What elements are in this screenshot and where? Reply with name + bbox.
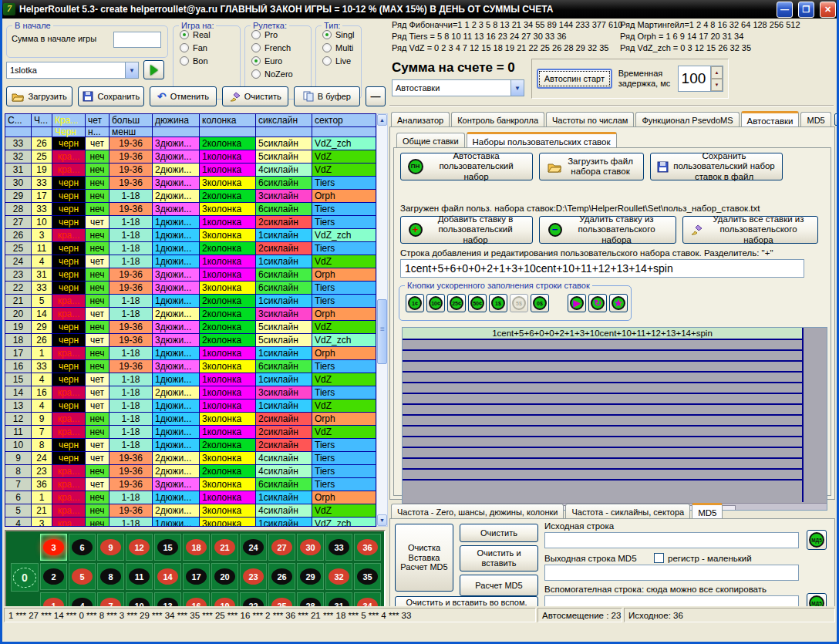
bet-set-row[interactable] — [403, 351, 802, 362]
tab-scroll-left-icon[interactable]: ◄ — [834, 113, 839, 126]
roulette-cell-11[interactable]: 11 — [126, 563, 153, 590]
history-row[interactable]: 521кра...неч19-362дюжи...3колонка4сиклай… — [5, 504, 376, 517]
roulette-cell-36[interactable]: 36 — [354, 534, 381, 561]
lowercase-checkbox[interactable] — [654, 553, 664, 563]
copy-to-buffer-button[interactable]: В буфер — [294, 86, 360, 106]
maximize-button[interactable]: ❒ — [798, 2, 814, 18]
radio-option-live[interactable]: Live — [322, 56, 361, 66]
subtab-общие-ставки[interactable]: Общие ставки — [396, 133, 465, 148]
bet-set-row[interactable] — [403, 416, 802, 427]
spinner-up-icon[interactable]: ▲ — [711, 66, 723, 79]
autospin-start-button[interactable]: Автоспин старт — [537, 69, 612, 89]
history-row[interactable]: 129кра...неч1-181дюжи...3колонка2сиклайн… — [5, 413, 376, 425]
roulette-cell-12[interactable]: 12 — [126, 534, 153, 561]
remove-all-bets-button[interactable]: Удалить все ставки из пользовательского … — [682, 216, 818, 244]
roulette-cell-32[interactable]: 32 — [325, 563, 352, 590]
history-row[interactable]: 171кра...неч1-181дюжи...1колонка1сиклайн… — [5, 347, 376, 359]
radio-option-real[interactable]: Real — [180, 30, 240, 39]
save-button[interactable]: Сохранить — [78, 86, 144, 106]
action-button-star[interactable]: ★ — [609, 294, 628, 312]
history-row[interactable]: 2833черннеч19-363дюжи...3колонка6сиклайн… — [5, 203, 376, 215]
bet-set-row[interactable] — [403, 362, 802, 373]
save-bet-file-button[interactable]: Сохранить пользовательский набор ставок … — [650, 153, 783, 180]
start-play-button[interactable] — [143, 60, 164, 79]
freqtab-md5[interactable]: MD5 — [692, 503, 723, 520]
history-row[interactable]: 108чернчет1-181дюжи...2колонка2сиклайнTi… — [5, 439, 376, 451]
tab-частоты-по-числам[interactable]: Частоты по числам — [546, 112, 634, 127]
history-row[interactable]: 1929черннеч19-363дюжи...2колонка5сиклайн… — [5, 321, 376, 333]
history-row[interactable]: 3225кра...неч19-363дюжи...1колонка5сикла… — [5, 150, 376, 163]
history-row[interactable]: 736кра...чет19-363дюжи...3колонка6сиклай… — [5, 478, 376, 491]
md5-clear-button[interactable]: Очистить — [460, 524, 538, 542]
bet-set-row[interactable] — [403, 394, 802, 405]
history-row[interactable]: 244чернчет1-181дюжи...1колонка1сиклайнVd… — [5, 255, 376, 268]
roulette-cell-8[interactable]: 8 — [97, 563, 124, 590]
history-row[interactable]: 2331черннеч19-363дюжи...1колонка6сиклайн… — [5, 268, 376, 281]
bet-set-list[interactable]: 1cent+5+6+0+0+2+1+3+10cent+10+11+12+13+1… — [402, 327, 827, 511]
history-row[interactable]: 3033черннеч19-363дюжи...3колонка6сиклайн… — [5, 177, 376, 189]
undo-button[interactable]: ↶ Отменить — [150, 86, 216, 106]
history-row[interactable]: 134чернчет1-181дюжи...1колонка1сиклайнVd… — [5, 400, 376, 412]
roulette-cell-35[interactable]: 35 — [354, 563, 381, 590]
history-row[interactable]: 3119кра...неч19-362дюжи...1колонка4сикла… — [5, 164, 376, 176]
history-row[interactable]: 61кра...неч1-181дюжи...1колонка1сиклайнO… — [5, 491, 376, 504]
load-button[interactable]: Загрузить — [6, 86, 72, 106]
coin-button-1c[interactable]: 1¢ — [406, 294, 424, 312]
roulette-cell-23[interactable]: 23 — [240, 563, 267, 590]
history-row[interactable]: 1826чернчет19-363дюжи...2колонка5сиклайн… — [5, 334, 376, 346]
bet-set-row[interactable] — [403, 437, 802, 448]
radio-option-singl[interactable]: Singl — [322, 30, 361, 39]
radio-option-french[interactable]: French — [251, 43, 311, 52]
roulette-cell-20[interactable]: 20 — [211, 563, 238, 590]
tab-функционал-psevdoms[interactable]: Функционал PsevdoMS — [635, 112, 739, 127]
history-row[interactable]: 263кра...неч1-181дюжи...3колонка1сиклайн… — [5, 229, 376, 241]
tab-md5[interactable]: MD5 — [800, 112, 831, 127]
radio-option-pro[interactable]: Pro — [251, 30, 311, 39]
roulette-cell-0[interactable]: 0 — [11, 563, 39, 592]
clear-button[interactable]: Очистить — [222, 86, 288, 106]
tab-контроль-банкролла[interactable]: Контроль банкролла — [451, 112, 544, 127]
history-row[interactable]: 924чернчет19-362дюжи...3колонка4сиклайнT… — [5, 452, 376, 464]
scrollbar-thumb[interactable] — [377, 299, 387, 364]
roulette-cell-17[interactable]: 17 — [183, 563, 210, 590]
scroll-down-icon[interactable]: ▼ — [377, 514, 387, 526]
roulette-cell-33[interactable]: 33 — [325, 534, 352, 561]
autobets-combobox[interactable]: Автоставки ▼ — [392, 79, 524, 96]
coin-button-25c[interactable]: 25¢ — [447, 294, 466, 312]
roulette-cell-3[interactable]: 3 — [40, 534, 67, 561]
roulette-cell-18[interactable]: 18 — [183, 534, 210, 561]
roulette-cell-9[interactable]: 9 — [97, 534, 124, 561]
md5-clear-and-paste-button[interactable]: Очистить и вставить — [460, 545, 538, 572]
tab-автоставки[interactable]: Автоставки — [741, 111, 800, 128]
coin-button-1d[interactable]: 1$ — [489, 294, 507, 312]
coin-button-10c[interactable]: 10¢ — [426, 294, 445, 312]
action-button-play[interactable]: ▶ — [568, 294, 586, 312]
md5-clear-paste-calc-button[interactable]: Очистка Вставка Расчет MD5 — [395, 524, 453, 592]
coin-button-50c[interactable]: 50¢ — [468, 294, 487, 312]
history-row[interactable]: 117кра...неч1-181дюжи...1колонка2сиклайн… — [5, 426, 376, 438]
roulette-cell-21[interactable]: 21 — [211, 534, 238, 561]
remove-bet-button[interactable]: − Удалить ставку из пользовательского на… — [539, 216, 676, 244]
close-button[interactable]: ✕ — [820, 2, 836, 18]
autostake-user-set-button[interactable]: ПН Автоставка пользовательский набор — [400, 153, 533, 180]
history-row[interactable]: 43кра...неч1-181дюжи...3колонка1сиклайнV… — [5, 518, 376, 527]
delay-spinner[interactable]: 100 ▲ ▼ — [678, 66, 723, 92]
bet-set-row[interactable] — [403, 470, 802, 480]
bet-set-row[interactable] — [403, 427, 802, 437]
roulette-cell-6[interactable]: 6 — [69, 534, 96, 561]
roulette-cell-27[interactable]: 27 — [268, 534, 295, 561]
roulette-cell-29[interactable]: 29 — [297, 563, 324, 590]
collapse-button[interactable]: — — [366, 86, 386, 106]
history-row[interactable]: 2710чернчет1-181дюжи...1колонка2сиклайнT… — [5, 216, 376, 228]
start-sum-input[interactable] — [113, 32, 161, 48]
history-row[interactable]: 2511черннеч1-181дюжи...2колонка2сиклайнT… — [5, 242, 376, 255]
history-row[interactable]: 1416кра...чет1-182дюжи...1колонка3сиклай… — [5, 386, 376, 399]
bet-set-row[interactable] — [403, 459, 802, 470]
bet-set-row[interactable] — [403, 383, 802, 394]
output-string-input[interactable] — [544, 565, 799, 581]
scroll-up-icon[interactable]: ▲ — [377, 114, 387, 126]
history-row[interactable]: 3326чернчет19-363дюжи...2колонка5сиклайн… — [5, 137, 376, 150]
bet-set-row[interactable] — [403, 340, 802, 351]
coin-button-0d[interactable]: 0$ — [531, 294, 549, 312]
radio-option-nozero[interactable]: NoZero — [251, 69, 311, 79]
